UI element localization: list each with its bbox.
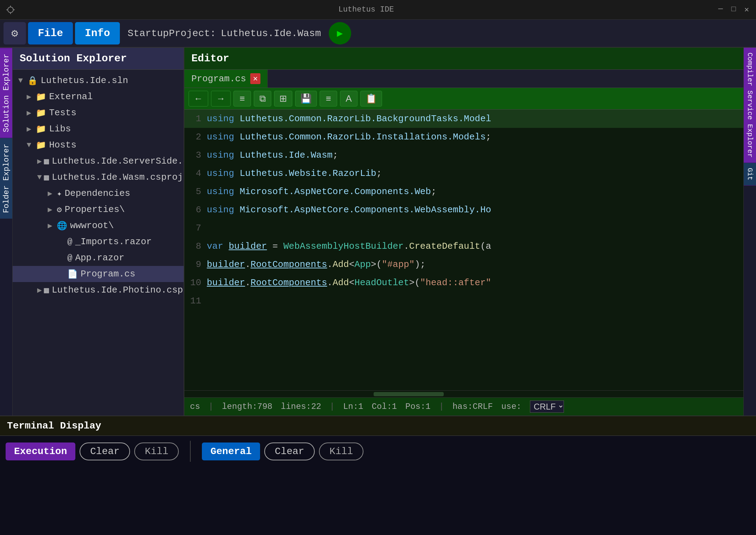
pos-status: Pos:1: [406, 402, 431, 411]
has-crlf-status: has:CRLF: [452, 402, 493, 411]
tree-item-photino[interactable]: ▶ ▦ Luthetus.Ide.Photino.csproj: [13, 282, 184, 298]
git-tab[interactable]: Git: [744, 163, 756, 186]
dependencies-label: Dependencies: [64, 188, 130, 199]
tree-item-libs[interactable]: ▶ 📁 Libs: [13, 121, 184, 137]
app-title: Luthetus IDE: [20, 5, 713, 14]
col-status: Col:1: [372, 402, 397, 411]
lines-status: lines:22: [281, 402, 321, 411]
close-button[interactable]: ✕: [742, 4, 752, 16]
tree-item-external[interactable]: ▶ 📁 External: [13, 89, 184, 105]
hosts-label: Hosts: [49, 140, 76, 150]
tab-label: Program.cs: [191, 74, 246, 84]
forward-button[interactable]: →: [211, 91, 231, 107]
general-kill-button[interactable]: Kill: [319, 443, 363, 460]
crlf-dropdown[interactable]: CRLF LF CR: [530, 400, 564, 413]
tree-item-serverside[interactable]: ▶ ▦ Luthetus.Ide.ServerSide.csproj: [13, 153, 184, 169]
code-line-7: 7: [184, 219, 743, 237]
menu-bar: ⚙ File Info StartupProject: Luthetus.Ide…: [0, 20, 756, 48]
copy-button[interactable]: ⧉: [254, 91, 271, 107]
code-line-5: 5 using Microsoft.AspNetCore.Components.…: [184, 183, 743, 201]
editor-title: Editor: [184, 48, 743, 70]
tree-item-dependencies[interactable]: ▶ ✦ Dependencies: [13, 185, 184, 201]
editor-tab-programcs[interactable]: Program.cs ✕: [184, 70, 268, 88]
app-icon: [4, 4, 17, 16]
menu-button[interactable]: ≡: [320, 91, 337, 107]
tree-item-imports[interactable]: ▶ @ _Imports.razor: [13, 234, 184, 250]
apprazor-label: App.razor: [75, 253, 124, 263]
wasm-label: Luthetus.Ide.Wasm.csproj: [52, 172, 183, 183]
minimize-button[interactable]: ─: [715, 4, 726, 16]
tree-item-programcs[interactable]: ▶ 📄 Program.cs: [13, 266, 184, 282]
imports-label: _Imports.razor: [75, 236, 151, 247]
terminal-content-area: [0, 486, 756, 535]
use-label: use:: [501, 402, 522, 411]
execution-label: Execution: [6, 443, 75, 460]
wwwroot-label: wwwroot\: [70, 220, 114, 231]
editor-panel: Editor Program.cs ✕ ← → ≡ ⧉ ⊞ 💾 ≡ A 📋 1: [184, 48, 743, 416]
editor-status-bar: cs | length:798 lines:22 | Ln:1 Col:1 Po…: [184, 397, 743, 416]
general-section: General Clear Kill: [202, 443, 363, 460]
external-label: External: [49, 91, 93, 102]
folder-explorer-tab[interactable]: Folder Explorer: [0, 138, 12, 219]
code-line-4: 4 using Luthetus.Website.RazorLib;: [184, 164, 743, 183]
gear-button[interactable]: ⚙: [4, 22, 26, 44]
tree-item-wwwroot[interactable]: ▶ 🌐 wwwroot\: [13, 218, 184, 234]
section-divider: [190, 441, 191, 462]
solution-explorer-panel: Solution Explorer ▼ 🔒 Luthetus.Ide.sln ▶…: [13, 48, 184, 416]
code-line-3: 3 using Luthetus.Ide.Wasm;: [184, 146, 743, 164]
general-label: General: [202, 443, 260, 460]
back-button[interactable]: ←: [189, 91, 208, 107]
grid-button[interactable]: ⊞: [274, 91, 292, 107]
photino-label: Luthetus.Ide.Photino.csproj: [52, 285, 184, 295]
execution-section: Execution Clear Kill: [6, 443, 179, 460]
libs-label: Libs: [49, 124, 71, 134]
main-content: Solution Explorer Folder Explorer Soluti…: [0, 48, 756, 416]
code-line-2: 2 using Luthetus.Common.RazorLib.Install…: [184, 128, 743, 146]
solution-explorer-title: Solution Explorer: [13, 48, 184, 70]
code-line-11: 11: [184, 292, 743, 310]
execution-clear-button[interactable]: Clear: [80, 443, 130, 460]
startup-project-value: Luthetus.Ide.Wasm: [221, 28, 321, 39]
programcs-label: Program.cs: [81, 269, 135, 279]
code-line-9: 9 builder.RootComponents.Add<App>("#app"…: [184, 255, 743, 274]
ln-status: Ln:1: [343, 402, 363, 411]
lang-status: cs: [190, 402, 200, 411]
general-clear-button[interactable]: Clear: [264, 443, 315, 460]
view-button[interactable]: ≡: [233, 91, 251, 107]
startup-project-label: StartupProject:: [128, 28, 216, 39]
editor-tabs-bar: Program.cs ✕: [184, 70, 743, 88]
tab-close-button[interactable]: ✕: [250, 73, 260, 84]
code-lines: 1 using Luthetus.Common.RazorLib.Backgro…: [184, 110, 743, 390]
tree-item-hosts[interactable]: ▼ 📁 Hosts: [13, 137, 184, 153]
terminal-sections: Execution Clear Kill General Clear Kill: [0, 436, 756, 467]
solution-icon: 🔒: [27, 76, 38, 86]
expand-arrow: ▼: [18, 76, 25, 85]
info-menu-button[interactable]: Info: [75, 22, 120, 44]
code-line-10: 10 builder.RootComponents.Add<HeadOutlet…: [184, 274, 743, 292]
run-button[interactable]: ▶: [329, 22, 351, 44]
tree-item-wasm[interactable]: ▼ ▦ Luthetus.Ide.Wasm.csproj: [13, 169, 184, 185]
editor-toolbar: ← → ≡ ⧉ ⊞ 💾 ≡ A 📋: [184, 88, 743, 110]
right-sidebar-tabs: Compiler Service Explorer Git: [743, 48, 756, 416]
code-editor[interactable]: 1 using Luthetus.Common.RazorLib.Backgro…: [184, 110, 743, 416]
solution-explorer-tab[interactable]: Solution Explorer: [0, 48, 12, 138]
tests-label: Tests: [49, 108, 76, 118]
maximize-button[interactable]: □: [729, 4, 739, 16]
terminal-display: Terminal Display Execution Clear Kill Ge…: [0, 416, 756, 486]
properties-label: Properties\: [64, 204, 125, 215]
tree-root[interactable]: ▼ 🔒 Luthetus.Ide.sln: [13, 73, 184, 89]
svg-point-0: [8, 7, 13, 13]
font-button[interactable]: A: [340, 91, 357, 107]
save-button[interactable]: 💾: [295, 91, 317, 107]
file-menu-button[interactable]: File: [28, 22, 73, 44]
clipboard-button[interactable]: 📋: [360, 91, 382, 107]
serverside-label: Luthetus.Ide.ServerSide.csproj: [52, 156, 184, 166]
compiler-service-tab[interactable]: Compiler Service Explorer: [744, 48, 756, 163]
tree-item-apprazor[interactable]: ▶ @ App.razor: [13, 250, 184, 266]
execution-kill-button[interactable]: Kill: [134, 443, 179, 460]
terminal-title: Terminal Display: [0, 416, 756, 436]
tree-item-properties[interactable]: ▶ ⚙ Properties\: [13, 201, 184, 218]
root-label: Luthetus.Ide.sln: [41, 75, 128, 86]
tree-item-tests[interactable]: ▶ 📁 Tests: [13, 105, 184, 121]
left-sidebar-tabs: Solution Explorer Folder Explorer: [0, 48, 13, 416]
